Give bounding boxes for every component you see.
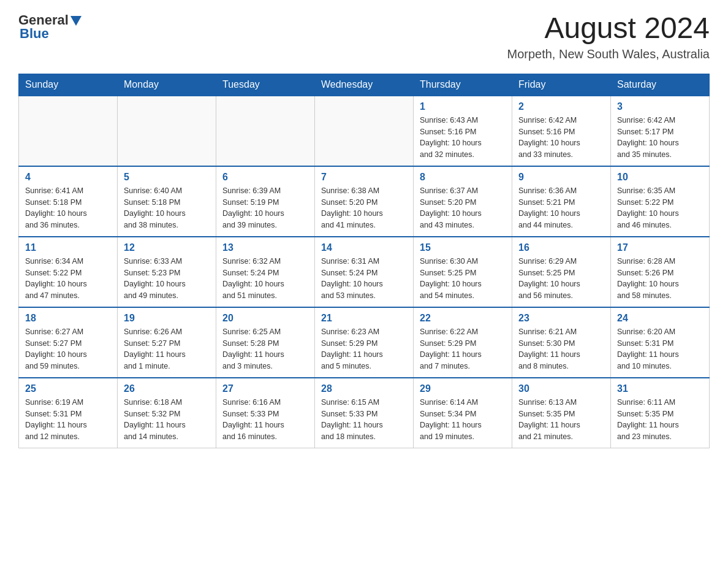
week-row-2: 4Sunrise: 6:41 AM Sunset: 5:18 PM Daylig… [19,166,710,237]
day-cell: 30Sunrise: 6:13 AM Sunset: 5:35 PM Dayli… [512,378,611,448]
day-number: 24 [617,313,703,324]
day-cell: 24Sunrise: 6:20 AM Sunset: 5:31 PM Dayli… [611,307,710,378]
day-cell: 3Sunrise: 6:42 AM Sunset: 5:17 PM Daylig… [611,96,710,166]
day-info: Sunrise: 6:37 AM Sunset: 5:20 PM Dayligh… [420,185,506,231]
day-cell: 25Sunrise: 6:19 AM Sunset: 5:31 PM Dayli… [19,378,118,448]
day-number: 29 [420,383,506,394]
day-info: Sunrise: 6:26 AM Sunset: 5:27 PM Dayligh… [124,326,210,372]
day-cell: 18Sunrise: 6:27 AM Sunset: 5:27 PM Dayli… [19,307,118,378]
day-number: 5 [124,172,210,183]
week-row-3: 11Sunrise: 6:34 AM Sunset: 5:22 PM Dayli… [19,237,710,307]
day-cell: 8Sunrise: 6:37 AM Sunset: 5:20 PM Daylig… [414,166,512,237]
day-cell: 14Sunrise: 6:31 AM Sunset: 5:24 PM Dayli… [315,237,414,307]
day-info: Sunrise: 6:21 AM Sunset: 5:30 PM Dayligh… [518,326,604,372]
day-number: 8 [420,172,506,183]
location-subtitle: Morpeth, New South Wales, Australia [507,47,710,61]
day-cell [19,96,118,166]
day-info: Sunrise: 6:16 AM Sunset: 5:33 PM Dayligh… [222,397,308,443]
day-info: Sunrise: 6:19 AM Sunset: 5:31 PM Dayligh… [25,397,111,443]
day-cell: 20Sunrise: 6:25 AM Sunset: 5:28 PM Dayli… [216,307,315,378]
day-info: Sunrise: 6:31 AM Sunset: 5:24 PM Dayligh… [321,256,407,302]
month-title: August 2024 [507,12,710,45]
logo: General Blue [18,12,82,42]
day-number: 13 [222,242,308,253]
day-info: Sunrise: 6:28 AM Sunset: 5:26 PM Dayligh… [617,256,703,302]
day-cell: 11Sunrise: 6:34 AM Sunset: 5:22 PM Dayli… [19,237,118,307]
calendar-header-row: SundayMondayTuesdayWednesdayThursdayFrid… [19,74,710,96]
day-number: 30 [518,383,604,394]
day-info: Sunrise: 6:11 AM Sunset: 5:35 PM Dayligh… [617,397,703,443]
day-number: 10 [617,172,703,183]
day-info: Sunrise: 6:35 AM Sunset: 5:22 PM Dayligh… [617,185,703,231]
col-header-saturday: Saturday [611,74,710,96]
day-number: 22 [420,313,506,324]
day-number: 2 [518,101,604,112]
day-number: 18 [25,313,111,324]
day-number: 6 [222,172,308,183]
day-number: 23 [518,313,604,324]
day-cell [216,96,315,166]
day-cell: 13Sunrise: 6:32 AM Sunset: 5:24 PM Dayli… [216,237,315,307]
day-cell: 4Sunrise: 6:41 AM Sunset: 5:18 PM Daylig… [19,166,118,237]
day-number: 1 [420,101,506,112]
day-cell: 27Sunrise: 6:16 AM Sunset: 5:33 PM Dayli… [216,378,315,448]
day-cell: 6Sunrise: 6:39 AM Sunset: 5:19 PM Daylig… [216,166,315,237]
day-number: 20 [222,313,308,324]
day-info: Sunrise: 6:32 AM Sunset: 5:24 PM Dayligh… [222,256,308,302]
day-number: 14 [321,242,407,253]
title-section: August 2024 Morpeth, New South Wales, Au… [507,12,710,61]
day-info: Sunrise: 6:15 AM Sunset: 5:33 PM Dayligh… [321,397,407,443]
day-number: 19 [124,313,210,324]
day-cell: 19Sunrise: 6:26 AM Sunset: 5:27 PM Dayli… [118,307,216,378]
calendar-table: SundayMondayTuesdayWednesdayThursdayFrid… [18,74,710,448]
day-number: 3 [617,101,703,112]
day-number: 31 [617,383,703,394]
day-cell [315,96,414,166]
day-cell: 10Sunrise: 6:35 AM Sunset: 5:22 PM Dayli… [611,166,710,237]
day-cell: 26Sunrise: 6:18 AM Sunset: 5:32 PM Dayli… [118,378,216,448]
day-cell: 16Sunrise: 6:29 AM Sunset: 5:25 PM Dayli… [512,237,611,307]
day-number: 25 [25,383,111,394]
day-info: Sunrise: 6:18 AM Sunset: 5:32 PM Dayligh… [124,397,210,443]
col-header-friday: Friday [512,74,611,96]
day-number: 16 [518,242,604,253]
day-info: Sunrise: 6:20 AM Sunset: 5:31 PM Dayligh… [617,326,703,372]
day-cell: 1Sunrise: 6:43 AM Sunset: 5:16 PM Daylig… [414,96,512,166]
day-cell: 2Sunrise: 6:42 AM Sunset: 5:16 PM Daylig… [512,96,611,166]
day-cell: 29Sunrise: 6:14 AM Sunset: 5:34 PM Dayli… [414,378,512,448]
day-info: Sunrise: 6:33 AM Sunset: 5:23 PM Dayligh… [124,256,210,302]
day-cell [118,96,216,166]
day-info: Sunrise: 6:42 AM Sunset: 5:17 PM Dayligh… [617,115,703,161]
day-info: Sunrise: 6:40 AM Sunset: 5:18 PM Dayligh… [124,185,210,231]
day-number: 27 [222,383,308,394]
day-info: Sunrise: 6:39 AM Sunset: 5:19 PM Dayligh… [222,185,308,231]
week-row-5: 25Sunrise: 6:19 AM Sunset: 5:31 PM Dayli… [19,378,710,448]
day-number: 9 [518,172,604,183]
day-info: Sunrise: 6:25 AM Sunset: 5:28 PM Dayligh… [222,326,308,372]
col-header-tuesday: Tuesday [216,74,315,96]
day-info: Sunrise: 6:14 AM Sunset: 5:34 PM Dayligh… [420,397,506,443]
day-cell: 22Sunrise: 6:22 AM Sunset: 5:29 PM Dayli… [414,307,512,378]
col-header-thursday: Thursday [414,74,512,96]
day-number: 4 [25,172,111,183]
day-cell: 7Sunrise: 6:38 AM Sunset: 5:20 PM Daylig… [315,166,414,237]
day-cell: 21Sunrise: 6:23 AM Sunset: 5:29 PM Dayli… [315,307,414,378]
day-number: 15 [420,242,506,253]
day-number: 28 [321,383,407,394]
day-cell: 5Sunrise: 6:40 AM Sunset: 5:18 PM Daylig… [118,166,216,237]
day-cell: 31Sunrise: 6:11 AM Sunset: 5:35 PM Dayli… [611,378,710,448]
day-number: 7 [321,172,407,183]
day-info: Sunrise: 6:42 AM Sunset: 5:16 PM Dayligh… [518,115,604,161]
day-cell: 15Sunrise: 6:30 AM Sunset: 5:25 PM Dayli… [414,237,512,307]
day-number: 11 [25,242,111,253]
day-number: 17 [617,242,703,253]
col-header-sunday: Sunday [19,74,118,96]
col-header-monday: Monday [118,74,216,96]
day-info: Sunrise: 6:38 AM Sunset: 5:20 PM Dayligh… [321,185,407,231]
logo-blue-text: Blue [20,26,49,42]
day-number: 12 [124,242,210,253]
day-info: Sunrise: 6:36 AM Sunset: 5:21 PM Dayligh… [518,185,604,231]
day-info: Sunrise: 6:23 AM Sunset: 5:29 PM Dayligh… [321,326,407,372]
logo-triangle-icon [70,16,82,26]
day-cell: 28Sunrise: 6:15 AM Sunset: 5:33 PM Dayli… [315,378,414,448]
